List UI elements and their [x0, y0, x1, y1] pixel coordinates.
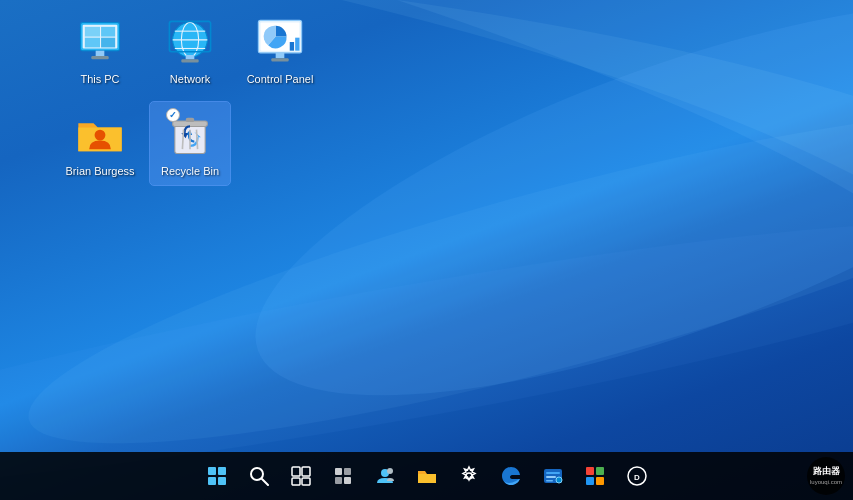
- file-explorer-button[interactable]: [407, 456, 447, 496]
- svg-line-32: [197, 130, 198, 150]
- settings-button[interactable]: [449, 456, 489, 496]
- control-panel-icon-image: [254, 16, 306, 68]
- svg-point-37: [251, 468, 263, 480]
- this-pc-icon[interactable]: This PC: [60, 10, 140, 92]
- svg-rect-9: [96, 51, 105, 56]
- system-tray: 路由器 luyouqi.com: [807, 457, 845, 495]
- svg-rect-6: [101, 27, 115, 37]
- svg-rect-16: [186, 55, 195, 59]
- recycle-bin-icon-image: ✓: [164, 108, 216, 160]
- svg-rect-41: [292, 478, 300, 485]
- svg-point-61: [807, 457, 845, 495]
- svg-rect-22: [290, 42, 294, 51]
- brian-burgess-label: Brian Burgess: [65, 164, 134, 178]
- svg-line-30: [182, 130, 183, 150]
- svg-point-2: [0, 173, 853, 500]
- svg-text:D: D: [634, 473, 640, 482]
- svg-rect-24: [276, 53, 285, 58]
- svg-rect-23: [295, 38, 299, 51]
- taskbar-center: D: [197, 456, 657, 496]
- azure-data-studio-button[interactable]: [533, 456, 573, 496]
- svg-rect-36: [218, 477, 226, 485]
- svg-rect-55: [586, 467, 594, 475]
- svg-rect-35: [208, 477, 216, 485]
- this-pc-label: This PC: [80, 72, 119, 86]
- task-view-button[interactable]: [281, 456, 321, 496]
- control-panel-icon[interactable]: Control Panel: [240, 10, 320, 92]
- network-icon-image: [164, 16, 216, 68]
- svg-rect-17: [181, 59, 198, 62]
- svg-rect-57: [586, 477, 594, 485]
- widgets-button[interactable]: [323, 456, 363, 496]
- svg-rect-33: [208, 467, 216, 475]
- svg-rect-29: [186, 118, 195, 122]
- svg-rect-52: [546, 476, 556, 478]
- icon-row-2: Brian Burgess ✓: [60, 102, 320, 184]
- network-label: Network: [170, 72, 210, 86]
- desktop-icons-container: This PC: [60, 10, 320, 185]
- svg-rect-42: [302, 478, 310, 485]
- svg-rect-46: [344, 477, 351, 484]
- edge-button[interactable]: [491, 456, 531, 496]
- svg-point-54: [556, 477, 562, 483]
- control-panel-label: Control Panel: [247, 72, 314, 86]
- svg-rect-56: [596, 467, 604, 475]
- watermark-badge: 路由器 luyouqi.com: [807, 457, 845, 495]
- svg-rect-51: [546, 472, 560, 474]
- desktop: This PC: [0, 0, 853, 500]
- ms-store-button[interactable]: [575, 456, 615, 496]
- svg-rect-39: [292, 467, 300, 476]
- svg-rect-40: [302, 467, 310, 476]
- svg-line-38: [262, 479, 268, 485]
- svg-text:luyouqi.com: luyouqi.com: [810, 479, 842, 485]
- svg-rect-44: [344, 468, 351, 475]
- svg-rect-34: [218, 467, 226, 475]
- svg-rect-53: [546, 480, 553, 482]
- svg-rect-8: [101, 38, 115, 48]
- svg-point-26: [95, 130, 106, 141]
- svg-point-49: [466, 473, 472, 479]
- svg-rect-7: [85, 38, 100, 48]
- search-button[interactable]: [239, 456, 279, 496]
- icon-row-1: This PC: [60, 10, 320, 92]
- svg-point-48: [387, 468, 393, 474]
- recycle-bin-label: Recycle Bin: [161, 164, 219, 178]
- taskbar: D 路由器 luyouqi.com: [0, 452, 853, 500]
- brian-burgess-icon-image: [74, 108, 126, 160]
- svg-rect-45: [335, 477, 342, 484]
- start-button[interactable]: [197, 456, 237, 496]
- svg-rect-43: [335, 468, 342, 475]
- svg-text:路由器: 路由器: [813, 466, 841, 476]
- svg-rect-25: [271, 58, 288, 61]
- chat-button[interactable]: [365, 456, 405, 496]
- recycle-bin-icon[interactable]: ✓: [150, 102, 230, 184]
- network-icon[interactable]: Network: [150, 10, 230, 92]
- this-pc-icon-image: [74, 16, 126, 68]
- svg-rect-58: [596, 477, 604, 485]
- dell-button[interactable]: D: [617, 456, 657, 496]
- svg-rect-10: [91, 56, 108, 59]
- svg-rect-5: [85, 27, 100, 37]
- brian-burgess-icon[interactable]: Brian Burgess: [60, 102, 140, 184]
